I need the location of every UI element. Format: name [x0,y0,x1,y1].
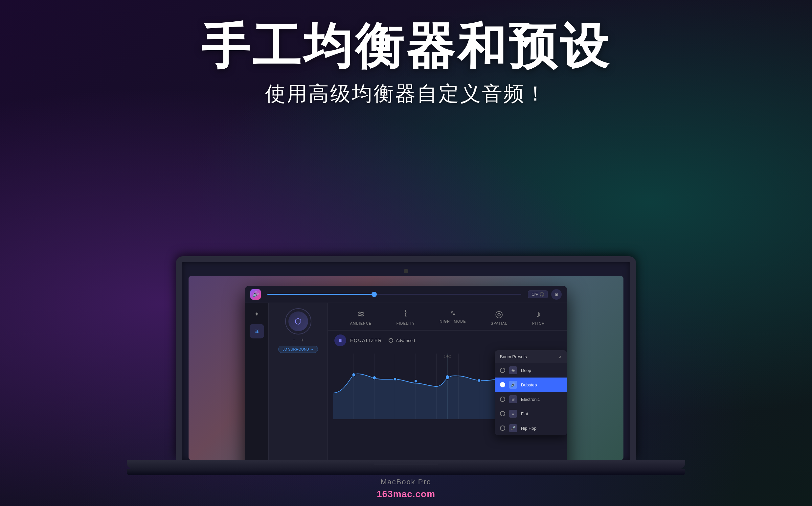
screen-content: 🔊 O/P 🎧 ⚙ [189,276,623,460]
night-mode-label: NIGHT MODE [440,319,466,323]
settings-button[interactable]: ⚙ [551,289,562,300]
main-title: 手工均衡器和预设 [0,20,812,73]
surround-minus[interactable]: − [292,337,295,343]
svg-text:1kHz: 1kHz [444,354,451,358]
laptop-screen: 🔊 O/P 🎧 ⚙ [176,256,636,460]
preset-hiphop-icon: 🎤 [509,424,517,432]
ambience-label: AMBIENCE [350,321,371,325]
effect-spatial[interactable]: ◎ SPATIAL [491,310,508,325]
effect-fidelity[interactable]: ⌇ FIDELITY [396,310,415,325]
svg-point-16 [445,375,449,380]
app-window: 🔊 O/P 🎧 ⚙ [245,286,567,460]
settings-icon: ⚙ [554,292,559,297]
svg-point-14 [393,377,396,381]
preset-hiphop-radio [500,425,505,431]
preset-hiphop[interactable]: 🎤 Hip Hop [495,421,567,435]
presets-title: Boom Presets [500,354,527,359]
center-panel: ≋ AMBIENCE ⌇ FIDELITY ∿ NIGHT MODE [328,303,567,460]
preset-deep-name: Deep [521,368,531,373]
laptop-foot [127,469,685,475]
svg-point-12 [352,373,355,377]
preset-flat-icon: ≡ [509,410,517,418]
eq-section-icon: ≋ [334,334,346,346]
pitch-icon: ♪ [536,310,541,319]
svg-point-13 [373,376,376,380]
preset-dubstep-name: Dubstep [521,383,537,388]
advanced-label: Advanced [396,338,415,343]
pitch-label: PITCH [532,321,545,325]
fidelity-label: FIDELITY [396,321,415,325]
preset-flat-radio [500,411,505,416]
eq-icon-symbol: ≋ [338,337,343,344]
eq-title: EQUALIZER [350,338,382,343]
preset-electronic-icon: ⊞ [509,395,517,403]
app-logo-icon: 🔊 [252,291,259,298]
laptop-wrapper: 🔊 O/P 🎧 ⚙ [127,256,685,486]
volume-fill [267,294,374,295]
advanced-radio[interactable] [388,338,393,343]
presets-dropdown: Boom Presets ∧ ◉ Deep [495,350,567,435]
night-mode-icon: ∿ [450,310,456,317]
presets-chevron: ∧ [559,354,562,359]
preset-deep-icon: ◉ [509,366,517,374]
effect-night-mode[interactable]: ∿ NIGHT MODE [440,310,466,325]
svg-point-15 [414,380,417,383]
preset-deep-radio [500,368,505,373]
volume-track[interactable] [267,294,521,295]
preset-dubstep-icon: 🔊 [509,381,517,389]
top-bar: 🔊 O/P 🎧 ⚙ [245,286,567,303]
eq-header: ≋ EQUALIZER Advanced [328,330,567,350]
surround-dial-inner: ⬡ [288,312,308,331]
laptop-camera [404,269,408,273]
preset-electronic-radio [500,397,505,402]
surround-dial[interactable]: ⬡ [285,308,311,334]
surround-button[interactable]: 3D SURROUND → [278,346,318,353]
preset-flat[interactable]: ≡ Flat [495,407,567,421]
volume-slider-area[interactable] [267,294,521,295]
laptop-base [127,460,685,469]
top-bar-right: O/P 🎧 ⚙ [528,289,562,300]
preset-dubstep-radio [500,382,505,388]
preset-deep[interactable]: ◉ Deep [495,363,567,377]
sidebar-icon-main[interactable]: ✦ [250,307,264,321]
macbook-label: MacBook Pro [127,478,685,486]
surround-plus[interactable]: + [301,337,304,343]
sidebar-eq-icon: ≋ [254,328,259,335]
spatial-label: SPATIAL [491,321,508,325]
presets-header[interactable]: Boom Presets ∧ [495,350,567,363]
subtitle: 使用高级均衡器自定义音频！ [0,80,812,107]
sidebar-main-icon: ✦ [254,311,259,318]
eq-advanced[interactable]: Advanced [388,338,415,343]
eq-section: ≋ EQUALIZER Advanced [328,330,567,460]
surround-section: ⬡ − + 3D SURROUND → [269,303,328,460]
effect-pitch[interactable]: ♪ PITCH [532,310,545,325]
app-inner: ✦ ≋ ⬡ − [245,303,567,460]
effect-ambience[interactable]: ≋ AMBIENCE [350,310,371,325]
eq-graph-area: 1kHz [328,350,567,425]
preset-electronic[interactable]: ⊞ Electronic [495,392,567,407]
watermark: 163mac.com [377,489,435,499]
ambience-icon: ≋ [357,310,365,319]
sidebar-icon-eq[interactable]: ≋ [250,324,264,338]
effects-row: ≋ AMBIENCE ⌇ FIDELITY ∿ NIGHT MODE [328,303,567,330]
surround-icon: ⬡ [295,317,301,326]
surround-controls: − + [292,337,304,343]
volume-thumb[interactable] [371,292,377,297]
output-button[interactable]: O/P 🎧 [528,290,548,298]
preset-hiphop-name: Hip Hop [521,426,536,431]
left-sidebar: ✦ ≋ [245,303,269,460]
app-logo: 🔊 [250,289,261,300]
preset-electronic-name: Electronic [521,397,540,402]
header: 手工均衡器和预设 使用高级均衡器自定义音频！ [0,0,812,107]
spatial-icon: ◎ [495,310,503,319]
preset-dubstep[interactable]: 🔊 Dubstep [495,377,567,392]
fidelity-icon: ⌇ [403,310,408,319]
svg-point-17 [478,379,480,382]
preset-flat-name: Flat [521,411,528,416]
